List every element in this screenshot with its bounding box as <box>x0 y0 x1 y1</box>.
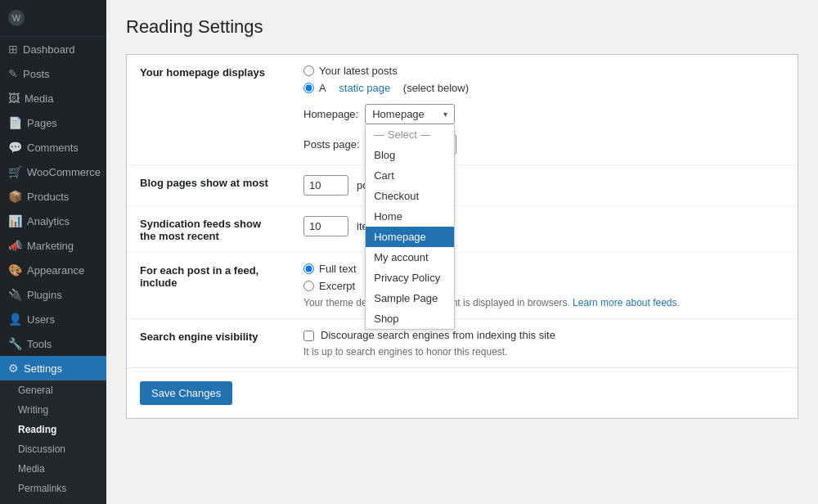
users-icon: 👤 <box>8 313 22 326</box>
plugins-icon: 🔌 <box>8 288 22 301</box>
homepage-displays-row: Your homepage displays Your latest posts… <box>127 55 798 165</box>
sidebar-item-users[interactable]: 👤 Users <box>0 307 106 331</box>
excerpt-radio[interactable] <box>303 281 314 291</box>
sidebar-item-marketing[interactable]: 📣 Marketing <box>0 233 106 258</box>
sidebar: W ⊞ Dashboard ✎ Posts 🖼 Media 📄 Pages 💬 … <box>0 0 106 504</box>
search-visibility-checkbox[interactable] <box>303 331 314 341</box>
settings-icon: ⚙ <box>8 362 19 375</box>
submenu-item-privacy[interactable]: Privacy <box>0 498 106 504</box>
homepage-dropdown-label: Homepage: <box>303 108 358 120</box>
sidebar-item-posts[interactable]: ✎ Posts <box>0 61 106 86</box>
dropdown-item-homepage[interactable]: Homepage <box>366 227 454 247</box>
chevron-down-icon: ▾ <box>443 110 447 119</box>
search-hint: It is up to search engines to honor this… <box>303 346 784 358</box>
wp-logo: W <box>8 10 25 26</box>
settings-submenu: General Writing Reading Discussion Media… <box>0 380 106 504</box>
dropdown-item-checkout[interactable]: Checkout <box>366 186 454 206</box>
homepage-radio-group: Your latest posts A static page (select … <box>303 65 784 94</box>
submenu-item-reading[interactable]: Reading <box>0 420 106 439</box>
search-visibility-row: Search engine visibility Discourage sear… <box>127 319 798 368</box>
sidebar-item-settings[interactable]: ⚙ Settings <box>0 356 106 380</box>
dropdown-item-cart[interactable]: Cart <box>366 165 454 186</box>
static-page-radio[interactable] <box>303 83 314 93</box>
sidebar-item-pages[interactable]: 📄 Pages <box>0 110 106 135</box>
homepage-dropdown-trigger[interactable]: Homepage ▾ <box>365 104 455 124</box>
sidebar-item-tools[interactable]: 🔧 Tools <box>0 331 106 356</box>
learn-more-feeds-link[interactable]: Learn more about feeds <box>573 297 676 308</box>
comments-icon: 💬 <box>8 141 22 154</box>
sidebar-item-products[interactable]: 📦 Products <box>0 184 106 209</box>
syndication-row: Syndication feeds show the most recent i… <box>127 206 798 253</box>
syndication-label: Syndication feeds show the most recent <box>127 206 290 253</box>
dashboard-icon: ⊞ <box>8 43 18 56</box>
save-changes-button[interactable]: Save Changes <box>140 381 232 405</box>
settings-form: Your homepage displays Your latest posts… <box>126 54 798 419</box>
sidebar-item-analytics[interactable]: 📊 Analytics <box>0 209 106 233</box>
appearance-icon: 🎨 <box>8 263 22 277</box>
sidebar-item-dashboard[interactable]: ⊞ Dashboard <box>0 37 106 61</box>
search-visibility-label: Search engine visibility <box>127 319 290 368</box>
sidebar-item-woocommerce[interactable]: 🛒 WooCommerce <box>0 160 106 184</box>
homepage-dropdown-menu: — Select — Blog Cart Checkout Home Homep… <box>365 124 455 330</box>
posts-page-label: Posts page: <box>303 138 360 151</box>
dropdown-item-blog[interactable]: Blog <box>366 145 454 165</box>
woocommerce-icon: 🛒 <box>8 165 22 178</box>
posts-icon: ✎ <box>8 67 18 80</box>
dropdown-item-privacy-policy[interactable]: Privacy Policy <box>366 268 454 288</box>
main-content: Reading Settings Your homepage displays … <box>106 0 818 504</box>
feed-label: For each post in a feed, include <box>127 253 290 319</box>
submenu-item-permalinks[interactable]: Permalinks <box>0 479 106 498</box>
sidebar-item-plugins[interactable]: 🔌 Plugins <box>0 282 106 307</box>
homepage-dropdown-section: Homepage: Homepage ▾ — Select — Blog <box>303 104 784 155</box>
save-row: Save Changes <box>127 367 798 418</box>
homepage-dropdown-value: Homepage <box>372 108 425 120</box>
static-page-option[interactable]: A static page (select below) <box>303 82 784 94</box>
dropdown-item-home[interactable]: Home <box>366 206 454 227</box>
search-checkbox-label[interactable]: Discourage search engines from indexing … <box>303 329 784 341</box>
latest-posts-radio[interactable] <box>303 65 314 76</box>
dropdown-item-select[interactable]: — Select — <box>366 124 454 145</box>
submenu-item-general[interactable]: General <box>0 380 106 400</box>
submenu-item-discussion[interactable]: Discussion <box>0 439 106 459</box>
homepage-displays-label: Your homepage displays <box>127 55 290 165</box>
pages-icon: 📄 <box>8 116 22 129</box>
dropdown-item-shop[interactable]: Shop <box>366 308 454 329</box>
homepage-dropdown-container: Homepage ▾ — Select — Blog Cart Checkout… <box>365 104 455 124</box>
homepage-displays-options: Your latest posts A static page (select … <box>290 55 798 165</box>
blog-pages-label: Blog pages show at most <box>127 165 290 206</box>
syndication-input[interactable] <box>303 216 348 236</box>
analytics-icon: 📊 <box>8 214 22 227</box>
sidebar-item-comments[interactable]: 💬 Comments <box>0 135 106 160</box>
static-page-link[interactable]: static page <box>339 82 390 94</box>
settings-table: Your homepage displays Your latest posts… <box>127 55 798 367</box>
blog-pages-row: Blog pages show at most posts <box>127 165 798 206</box>
submenu-item-writing[interactable]: Writing <box>0 400 106 420</box>
dropdown-item-my-account[interactable]: My account <box>366 247 454 268</box>
marketing-icon: 📣 <box>8 239 22 252</box>
sidebar-item-media[interactable]: 🖼 Media <box>0 86 106 110</box>
dropdown-item-sample-page[interactable]: Sample Page <box>366 288 454 308</box>
sidebar-logo: W <box>0 0 106 37</box>
homepage-dropdown-row: Homepage: Homepage ▾ — Select — Blog <box>303 104 455 124</box>
sidebar-item-appearance[interactable]: 🎨 Appearance <box>0 258 106 282</box>
products-icon: 📦 <box>8 190 22 203</box>
full-text-radio[interactable] <box>303 263 314 274</box>
latest-posts-option[interactable]: Your latest posts <box>303 65 784 77</box>
page-title: Reading Settings <box>126 16 798 38</box>
submenu-item-media[interactable]: Media <box>0 459 106 479</box>
feed-row: For each post in a feed, include Full te… <box>127 253 798 319</box>
blog-pages-input[interactable] <box>303 175 348 196</box>
tools-icon: 🔧 <box>8 337 22 350</box>
media-icon: 🖼 <box>8 92 20 105</box>
